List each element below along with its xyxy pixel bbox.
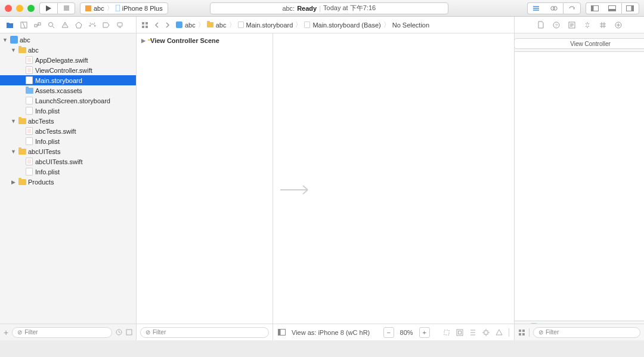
tree-row-group[interactable]: ▼abcUITests bbox=[0, 146, 136, 156]
zoom-out-button[interactable]: − bbox=[383, 327, 394, 338]
crumb-selection[interactable]: No Selection bbox=[392, 21, 429, 29]
inspector-selector-bar: ? bbox=[514, 17, 644, 33]
stop-button[interactable] bbox=[57, 2, 75, 14]
add-button[interactable]: + bbox=[4, 328, 8, 337]
forward-button[interactable] bbox=[165, 22, 170, 28]
debug-navigator-icon[interactable] bbox=[89, 21, 96, 29]
report-navigator-icon[interactable] bbox=[116, 21, 123, 29]
svg-rect-31 bbox=[484, 331, 488, 334]
svg-rect-17 bbox=[145, 22, 148, 24]
scheme-device: iPhone 8 Plus bbox=[122, 5, 163, 12]
crumb-project[interactable]: abc bbox=[185, 21, 196, 29]
svg-rect-1 bbox=[85, 5, 91, 11]
svg-rect-10 bbox=[631, 5, 634, 11]
assistant-editor-button[interactable] bbox=[545, 2, 563, 14]
run-button[interactable] bbox=[39, 2, 57, 14]
embed-in-icon[interactable] bbox=[456, 329, 463, 336]
toggle-inspector-button[interactable] bbox=[621, 2, 639, 14]
back-button[interactable] bbox=[154, 22, 159, 28]
svg-rect-2 bbox=[116, 5, 120, 11]
library-filter-input[interactable]: ⊘Filter bbox=[533, 327, 640, 338]
tree-row-file[interactable]: LaunchScreen.storyboard bbox=[0, 96, 136, 106]
align-icon[interactable] bbox=[469, 329, 476, 336]
related-items-icon[interactable] bbox=[141, 21, 148, 29]
svg-rect-27 bbox=[278, 330, 281, 336]
svg-rect-40 bbox=[519, 333, 521, 336]
interface-builder-canvas[interactable]: View Controller View as: iPhone 8 (wC hR… bbox=[273, 33, 514, 340]
zoom-in-button[interactable]: + bbox=[419, 327, 430, 338]
tree-row-group[interactable]: ▼abc bbox=[0, 45, 136, 55]
scm-filter-icon[interactable] bbox=[126, 329, 132, 336]
svg-rect-39 bbox=[522, 330, 525, 332]
storyboard-file-icon bbox=[238, 21, 244, 28]
crumb-base[interactable]: Main.storyboard (Base) bbox=[312, 21, 380, 29]
outline-filter-input[interactable]: ⊘Filter bbox=[140, 327, 269, 338]
view-as-label[interactable]: View as: iPhone 8 (wC hR) bbox=[292, 329, 370, 336]
navigator-filter-input[interactable]: ⊘Filter bbox=[12, 327, 112, 338]
zoom-level[interactable]: 80% bbox=[400, 329, 413, 336]
zoom-window-icon[interactable] bbox=[27, 5, 35, 12]
svg-rect-15 bbox=[117, 23, 122, 26]
tree-row-project[interactable]: ▼abc bbox=[0, 35, 136, 45]
tree-row-file[interactable]: Info.plist bbox=[0, 136, 136, 146]
navigator-selector-bar bbox=[0, 17, 137, 33]
identity-inspector-icon[interactable] bbox=[568, 21, 575, 29]
library-grid-icon[interactable] bbox=[518, 329, 525, 336]
svg-rect-38 bbox=[519, 330, 521, 332]
view-controller-view[interactable] bbox=[514, 51, 644, 321]
tree-row-file[interactable]: abcTests.swift bbox=[0, 126, 136, 136]
size-inspector-icon[interactable] bbox=[599, 21, 606, 29]
tree-row-folder[interactable]: Assets.xcassets bbox=[0, 85, 136, 96]
symbol-navigator-icon[interactable] bbox=[34, 21, 41, 29]
view-controller-title-bar[interactable]: View Controller bbox=[514, 38, 644, 49]
recent-filter-icon[interactable] bbox=[116, 329, 122, 336]
toggle-navigator-button[interactable] bbox=[586, 2, 603, 14]
issue-navigator-icon[interactable] bbox=[61, 21, 69, 29]
toggle-outline-icon[interactable] bbox=[278, 329, 286, 336]
quick-help-icon[interactable]: ? bbox=[553, 21, 560, 29]
connections-inspector-icon[interactable] bbox=[615, 21, 622, 29]
tree-row-group[interactable]: ▶Products bbox=[0, 177, 136, 187]
svg-point-14 bbox=[49, 22, 53, 26]
project-icon bbox=[176, 21, 182, 28]
find-navigator-icon[interactable] bbox=[48, 21, 55, 29]
svg-rect-30 bbox=[459, 331, 462, 334]
tree-row-file[interactable]: AppDelegate.swift bbox=[0, 55, 136, 65]
pin-icon[interactable] bbox=[482, 329, 490, 336]
minimize-window-icon[interactable] bbox=[16, 5, 23, 12]
tree-row-file[interactable]: ViewController.swift bbox=[0, 65, 136, 75]
crumb-group[interactable]: abc bbox=[216, 21, 227, 29]
scheme-selector[interactable]: abc 〉 iPhone 8 Plus bbox=[80, 2, 168, 14]
close-window-icon[interactable] bbox=[5, 5, 12, 12]
document-outline: ▶ View Controller Scene ⊘Filter bbox=[137, 33, 273, 340]
tree-row-file[interactable]: Info.plist bbox=[0, 167, 136, 177]
svg-rect-13 bbox=[38, 23, 41, 25]
resolve-issues-icon[interactable] bbox=[496, 329, 503, 336]
outline-scene-row[interactable]: ▶ View Controller Scene bbox=[141, 37, 268, 44]
standard-editor-button[interactable] bbox=[527, 2, 545, 14]
tree-row-group[interactable]: ▼abcTests bbox=[0, 116, 136, 126]
svg-rect-6 bbox=[591, 5, 593, 11]
activity-status: abc: Ready | Today at 下午7:16 bbox=[210, 2, 448, 14]
test-navigator-icon[interactable] bbox=[75, 21, 82, 29]
filter-icon: ⊘ bbox=[538, 329, 543, 336]
toggle-debug-button[interactable] bbox=[603, 2, 621, 14]
source-control-navigator-icon[interactable] bbox=[20, 21, 27, 29]
tree-row-file-selected[interactable]: Main.storyboard bbox=[0, 75, 136, 85]
file-inspector-icon[interactable] bbox=[537, 21, 544, 29]
tree-row-file[interactable]: abcUITests.swift bbox=[0, 156, 136, 167]
update-frames-icon[interactable] bbox=[443, 329, 450, 336]
svg-rect-12 bbox=[35, 24, 37, 27]
breakpoint-navigator-icon[interactable] bbox=[103, 21, 110, 29]
svg-rect-0 bbox=[64, 5, 69, 11]
attributes-inspector-icon[interactable] bbox=[584, 21, 591, 29]
chevron-right-icon: 〉 bbox=[107, 4, 113, 13]
tree-row-file[interactable]: Info.plist bbox=[0, 106, 136, 116]
version-editor-button[interactable] bbox=[563, 2, 581, 14]
svg-rect-28 bbox=[444, 330, 449, 335]
window-controls bbox=[5, 5, 35, 12]
project-navigator-icon[interactable] bbox=[6, 21, 14, 29]
crumb-file[interactable]: Main.storyboard bbox=[246, 21, 293, 29]
jump-bar[interactable]: abc〉 abc〉 Main.storyboard〉 Main.storyboa… bbox=[176, 20, 429, 29]
svg-rect-19 bbox=[145, 26, 148, 28]
